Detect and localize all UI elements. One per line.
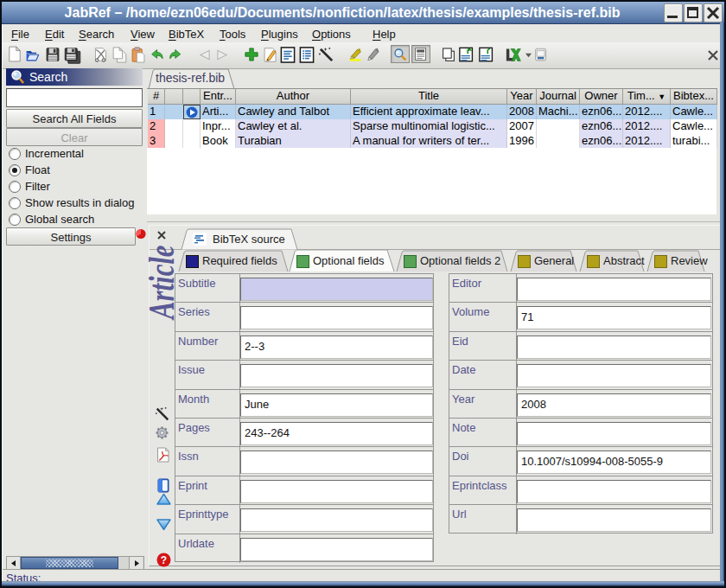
svg-text:?: ?: [161, 554, 167, 566]
